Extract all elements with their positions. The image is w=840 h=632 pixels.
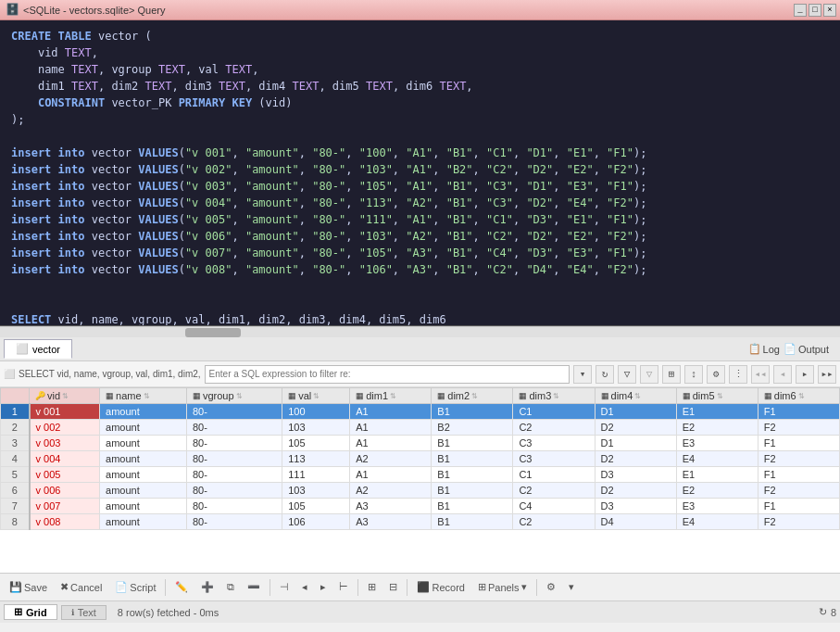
cell-dim6[interactable]: F1: [758, 436, 839, 451]
col-header-dim5[interactable]: ▦ dim5 ⇅: [676, 388, 758, 404]
nav-next-btn[interactable]: ▸: [796, 365, 814, 384]
settings-btn[interactable]: ⚙: [707, 365, 725, 384]
cell-dim3[interactable]: C1: [513, 467, 595, 483]
cell-dim5[interactable]: E4: [676, 451, 758, 467]
cell-dim2[interactable]: B1: [432, 514, 513, 530]
edit-button[interactable]: ✏️: [169, 579, 194, 595]
cell-dim2[interactable]: B1: [432, 451, 513, 467]
cell-val[interactable]: 111: [282, 467, 350, 483]
vid-sort[interactable]: ⇅: [62, 392, 69, 400]
nav-next-button[interactable]: ▸: [315, 579, 332, 595]
dim1-sort[interactable]: ⇅: [390, 392, 396, 400]
name-sort[interactable]: ⇅: [144, 392, 150, 400]
cell-vid[interactable]: v 008: [30, 514, 100, 530]
cell-dim5[interactable]: E2: [676, 483, 758, 499]
script-button[interactable]: 📄 Script: [109, 579, 161, 595]
filter-input[interactable]: [205, 365, 570, 384]
add-row-button[interactable]: ➕: [195, 579, 219, 595]
cell-dim1[interactable]: A3: [350, 514, 432, 530]
cell-dim5[interactable]: E3: [676, 499, 758, 514]
cell-name[interactable]: amount: [100, 499, 187, 514]
col-header-val[interactable]: ▦ val ⇅: [282, 388, 350, 404]
table-row[interactable]: 6v 006amount80-103A2B1C2D2E2F2: [1, 483, 840, 499]
cell-vid[interactable]: v 001: [30, 404, 100, 420]
filter-btn[interactable]: ▽: [618, 365, 636, 384]
cell-name[interactable]: amount: [100, 514, 187, 530]
cell-vgroup[interactable]: 80-: [186, 451, 282, 467]
cell-dim3[interactable]: C3: [513, 436, 595, 451]
cell-vgroup[interactable]: 80-: [186, 499, 282, 514]
cell-vgroup[interactable]: 80-: [186, 483, 282, 499]
dim4-sort[interactable]: ⇅: [634, 392, 641, 400]
cancel-button[interactable]: ✖ Cancel: [55, 579, 107, 595]
cell-vid[interactable]: v 007: [30, 499, 100, 514]
cell-val[interactable]: 100: [282, 404, 350, 420]
cell-dim3[interactable]: C2: [513, 420, 595, 436]
dim2-sort[interactable]: ⇅: [471, 392, 478, 400]
cell-dim3[interactable]: C2: [513, 483, 595, 499]
cell-val[interactable]: 105: [282, 499, 350, 514]
cell-val[interactable]: 103: [282, 420, 350, 436]
cell-vid[interactable]: v 004: [30, 451, 100, 467]
editor-hscroll[interactable]: [0, 326, 840, 337]
cell-dim5[interactable]: E3: [676, 436, 758, 451]
cell-dim2[interactable]: B1: [432, 499, 513, 514]
cell-name[interactable]: amount: [100, 420, 187, 436]
maximize-button[interactable]: □: [809, 4, 821, 17]
dim5-sort[interactable]: ⇅: [717, 392, 723, 400]
cell-dim2[interactable]: B1: [432, 436, 513, 451]
col-header-dim2[interactable]: ▦ dim2 ⇅: [432, 388, 513, 404]
cell-dim4[interactable]: D2: [595, 483, 676, 499]
filter-dropdown-btn[interactable]: ▾: [573, 365, 592, 384]
sql-editor[interactable]: CREATE TABLE vector ( vid TEXT, name TEX…: [0, 20, 840, 326]
nav-last-button[interactable]: ⊢: [333, 579, 354, 595]
col-header-name[interactable]: ▦ name ⇅: [100, 388, 187, 404]
cell-vid[interactable]: v 002: [30, 420, 100, 436]
nav-next2-btn[interactable]: ▸▸: [818, 365, 836, 384]
text-tab[interactable]: ℹ Text: [61, 605, 107, 620]
grid-tab[interactable]: ⊞ Grid: [4, 604, 57, 620]
table-row[interactable]: 8v 008amount80-106A3B1C2D4E4F2: [1, 514, 840, 530]
refresh-status-icon[interactable]: ↻: [819, 606, 827, 618]
table-row[interactable]: 4v 004amount80-113A2B1C3D2E4F2: [1, 451, 840, 467]
cell-dim6[interactable]: F2: [758, 451, 839, 467]
copy-to-clipboard-button[interactable]: ⊞: [362, 579, 382, 595]
vgroup-sort[interactable]: ⇅: [236, 392, 243, 400]
table-row[interactable]: 5v 005amount80-111A1B1C1D3E1F1: [1, 467, 840, 483]
cell-dim1[interactable]: A1: [350, 404, 432, 420]
cell-dim5[interactable]: E2: [676, 420, 758, 436]
cell-val[interactable]: 106: [282, 514, 350, 530]
cell-dim6[interactable]: F1: [758, 404, 839, 420]
window-controls[interactable]: _ □ ×: [794, 4, 836, 17]
table-row[interactable]: 3v 003amount80-105A1B1C3D1E3F1: [1, 436, 840, 451]
cell-val[interactable]: 105: [282, 436, 350, 451]
cell-dim4[interactable]: D1: [595, 404, 676, 420]
cell-vgroup[interactable]: 80-: [186, 467, 282, 483]
more-main-button[interactable]: ▾: [563, 579, 580, 595]
editor-hscroll-thumb[interactable]: [185, 328, 241, 337]
dim6-sort[interactable]: ⇅: [798, 392, 805, 400]
copy-row-button[interactable]: ⧉: [221, 579, 240, 595]
filter-clear-btn[interactable]: ▽: [640, 365, 658, 384]
col-header-vgroup[interactable]: ▦ vgroup ⇅: [186, 388, 282, 404]
cell-dim6[interactable]: F2: [758, 514, 839, 530]
more-btn[interactable]: ⋮: [729, 365, 747, 384]
cell-val[interactable]: 113: [282, 451, 350, 467]
cell-dim1[interactable]: A1: [350, 420, 432, 436]
columns-btn[interactable]: ⊞: [662, 365, 681, 384]
nav-prev2-btn[interactable]: ◂◂: [751, 365, 770, 384]
cell-dim4[interactable]: D3: [595, 467, 676, 483]
refresh-btn[interactable]: ↻: [596, 365, 614, 384]
cell-dim1[interactable]: A1: [350, 436, 432, 451]
delete-row-button[interactable]: ➖: [242, 579, 266, 595]
cell-dim1[interactable]: A1: [350, 467, 432, 483]
cell-name[interactable]: amount: [100, 451, 187, 467]
cell-dim1[interactable]: A3: [350, 499, 432, 514]
close-button[interactable]: ×: [823, 4, 836, 17]
cell-dim4[interactable]: D2: [595, 420, 676, 436]
log-button[interactable]: 📋 Log: [748, 343, 780, 355]
cell-dim2[interactable]: B1: [432, 483, 513, 499]
cell-dim4[interactable]: D4: [595, 514, 676, 530]
cell-dim1[interactable]: A2: [350, 451, 432, 467]
cell-vgroup[interactable]: 80-: [186, 514, 282, 530]
